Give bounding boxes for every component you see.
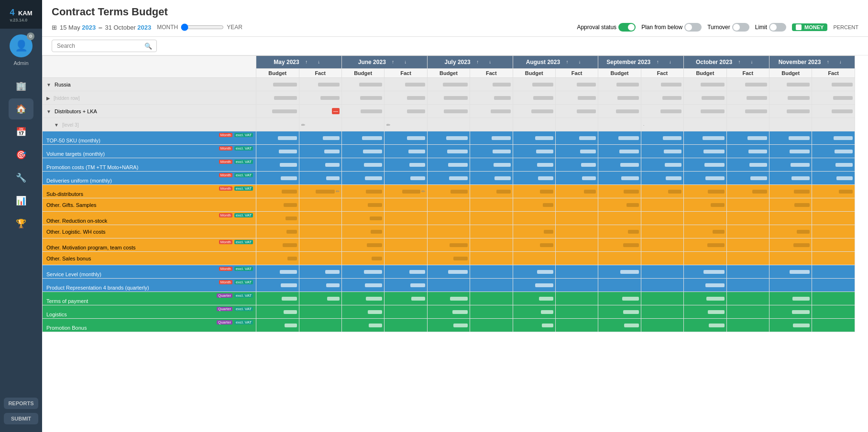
may-upload-up[interactable]: ↑ (302, 57, 311, 67)
cell[interactable] (769, 131, 812, 145)
cell[interactable] (299, 292, 341, 305)
nov-upload-up[interactable]: ↑ (823, 57, 833, 67)
cell[interactable] (299, 238, 341, 252)
edit-icon[interactable]: ✏ (301, 122, 305, 128)
cell[interactable] (555, 319, 598, 332)
cell[interactable] (385, 319, 427, 332)
cell[interactable] (555, 265, 598, 279)
cell[interactable] (256, 265, 299, 279)
search-input[interactable] (52, 40, 157, 52)
cell[interactable] (256, 212, 299, 225)
cell[interactable] (513, 252, 555, 265)
cell[interactable] (299, 145, 341, 158)
cell[interactable] (769, 212, 812, 225)
cell[interactable] (641, 158, 683, 172)
edit-icon[interactable]: ✏ (421, 189, 425, 194)
cell[interactable] (641, 212, 683, 225)
cell[interactable] (769, 265, 812, 279)
cell[interactable] (812, 265, 855, 279)
cell[interactable] (684, 172, 726, 185)
cell[interactable] (513, 279, 555, 292)
cell[interactable] (641, 292, 683, 305)
cell[interactable] (513, 131, 555, 145)
edit-icon[interactable]: ✏ (336, 189, 340, 194)
cell[interactable] (598, 305, 641, 319)
cell[interactable] (598, 172, 641, 185)
cell[interactable] (726, 158, 769, 172)
cell[interactable] (769, 252, 812, 265)
cell[interactable] (385, 145, 427, 158)
cell[interactable] (427, 131, 470, 145)
cell[interactable] (341, 158, 384, 172)
cell[interactable] (684, 252, 726, 265)
cell[interactable] (341, 172, 384, 185)
cell[interactable] (256, 225, 299, 238)
plan-from-below-toggle[interactable] (684, 23, 702, 32)
cell[interactable] (684, 198, 726, 212)
cell[interactable] (341, 145, 384, 158)
sidebar-item-building[interactable]: 🏢 (9, 76, 33, 97)
cell[interactable] (641, 319, 683, 332)
cell[interactable] (684, 265, 726, 279)
cell[interactable] (598, 212, 641, 225)
july-upload-down[interactable]: ↓ (485, 57, 495, 67)
cell[interactable] (726, 145, 769, 158)
cell[interactable] (684, 225, 726, 238)
cell[interactable] (256, 172, 299, 185)
cell[interactable] (769, 319, 812, 332)
cell[interactable] (385, 279, 427, 292)
cell[interactable] (470, 212, 513, 225)
cell[interactable] (769, 172, 812, 185)
cell[interactable] (341, 225, 384, 238)
cell[interactable] (684, 158, 726, 172)
cell[interactable] (555, 225, 598, 238)
cell[interactable] (812, 305, 855, 319)
cell[interactable] (470, 158, 513, 172)
cell[interactable] (684, 131, 726, 145)
cell[interactable] (641, 172, 683, 185)
cell[interactable] (513, 172, 555, 185)
cell[interactable] (684, 145, 726, 158)
cell[interactable] (341, 265, 384, 279)
cell[interactable] (299, 158, 341, 172)
cell[interactable] (470, 305, 513, 319)
cell[interactable] (427, 225, 470, 238)
cell[interactable] (598, 131, 641, 145)
cell[interactable] (812, 225, 855, 238)
cell[interactable] (341, 198, 384, 212)
cell[interactable] (726, 292, 769, 305)
sidebar-item-trophy[interactable]: 🏆 (9, 213, 33, 234)
sep-upload-up[interactable]: ↑ (653, 57, 662, 67)
cell[interactable] (341, 279, 384, 292)
cell[interactable] (256, 198, 299, 212)
cell[interactable] (769, 145, 812, 158)
cell[interactable] (684, 319, 726, 332)
cell[interactable] (513, 198, 555, 212)
cell[interactable] (256, 131, 299, 145)
cell[interactable] (812, 292, 855, 305)
cell[interactable] (385, 172, 427, 185)
gear-icon[interactable]: ⚙ (27, 32, 34, 40)
cell[interactable] (470, 319, 513, 332)
cell[interactable] (513, 225, 555, 238)
cell[interactable] (427, 212, 470, 225)
cell[interactable] (299, 319, 341, 332)
sidebar-item-calendar[interactable]: 📅 (9, 121, 33, 142)
cell[interactable] (299, 212, 341, 225)
cell[interactable] (812, 145, 855, 158)
cell[interactable] (812, 185, 855, 198)
cell[interactable] (341, 292, 384, 305)
cell[interactable] (812, 212, 855, 225)
cell[interactable] (598, 319, 641, 332)
july-upload-up[interactable]: ↑ (473, 57, 483, 67)
cell[interactable]: ✏ (299, 185, 341, 198)
cell[interactable] (555, 145, 598, 158)
cell[interactable] (513, 185, 555, 198)
reports-button[interactable]: REPORTS (4, 398, 38, 409)
cell[interactable] (555, 198, 598, 212)
cell[interactable] (513, 265, 555, 279)
cell[interactable] (641, 279, 683, 292)
sidebar-item-target[interactable]: 🎯 (9, 144, 33, 165)
august-upload-down[interactable]: ↓ (575, 57, 584, 67)
cell[interactable] (769, 292, 812, 305)
